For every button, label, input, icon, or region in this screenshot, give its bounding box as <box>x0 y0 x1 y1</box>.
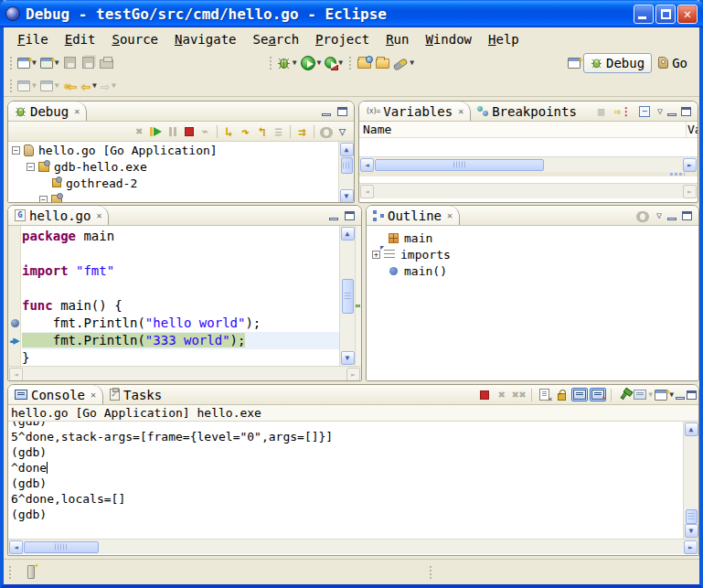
debug-tree-row-process[interactable]: − gdb-hello.exe <box>8 158 354 175</box>
show-stderr-toggle[interactable] <box>590 388 606 401</box>
maximize-view-icon[interactable] <box>345 211 355 220</box>
scroll-down-icon[interactable]: ▼ <box>340 189 354 203</box>
next-annotation-button[interactable]: ▼ <box>16 76 38 96</box>
save-button[interactable] <box>61 53 80 73</box>
step-into-button[interactable]: ↳ <box>221 123 237 140</box>
variables-column-header[interactable]: Name Value <box>359 122 698 138</box>
open-snippets-button[interactable] <box>355 53 373 73</box>
column-value[interactable]: Value <box>687 123 698 136</box>
maximize-view-icon[interactable] <box>681 107 691 116</box>
scroll-down-icon[interactable]: ▼ <box>341 351 355 365</box>
instruction-pointer-icon[interactable]: ▬▶ <box>9 332 20 349</box>
step-over-button[interactable]: ↷ <box>238 123 253 140</box>
menu-navigate[interactable]: Navigate <box>166 30 244 49</box>
remove-terminated-button[interactable]: ✖ <box>132 123 147 140</box>
close-tab-icon[interactable]: ✕ <box>447 210 453 220</box>
scroll-right-icon[interactable]: ► <box>683 158 697 172</box>
tab-outline[interactable]: Outline ✕ <box>367 206 460 225</box>
menu-run[interactable]: Run <box>378 30 417 49</box>
code-line[interactable]: import "fmt" <box>22 262 339 280</box>
debug-tree-row-launch[interactable]: − hello.go [Go Application] <box>8 142 354 158</box>
maximize-button[interactable] <box>655 5 676 24</box>
remove-all-terminated-button[interactable]: ✖✖ <box>511 387 527 403</box>
link-with-editor-button[interactable] <box>634 208 651 224</box>
variables-horizontal-scrollbar[interactable]: ◄ ► <box>359 156 698 172</box>
view-menu-icon[interactable]: ▽ <box>335 123 350 140</box>
run-launch-button[interactable]: ▼ <box>299 53 324 73</box>
new-wizard-button[interactable]: ✦▼ <box>16 53 38 73</box>
display-selected-console-button[interactable]: ▼ <box>634 387 653 403</box>
column-name[interactable]: Name <box>363 123 391 136</box>
disconnect-button[interactable]: ⌁ <box>197 123 213 140</box>
show-stdout-toggle[interactable] <box>571 388 588 401</box>
maximize-view-icon[interactable] <box>682 211 692 220</box>
suspend-button[interactable] <box>165 123 180 140</box>
detail-horizontal-scrollbar[interactable]: ◄ ► <box>359 183 698 198</box>
previous-annotation-button[interactable]: ▼ <box>38 76 61 96</box>
code-area[interactable]: package mainimport "fmt"func main() { fm… <box>22 226 339 366</box>
toolbar-handle[interactable] <box>8 55 13 70</box>
menu-window[interactable]: Window <box>417 30 480 49</box>
print-button[interactable] <box>98 53 116 73</box>
debug-tree-row-thread[interactable]: gothread-2 <box>8 175 354 191</box>
terminate-button[interactable] <box>181 123 197 140</box>
forward-button[interactable]: ⇨▼ <box>99 76 118 96</box>
clear-console-button[interactable] <box>537 387 552 403</box>
editor-overview-ruler[interactable] <box>355 226 361 366</box>
close-tab-icon[interactable]: ✕ <box>74 106 80 116</box>
tab-tasks[interactable]: Tasks <box>103 385 168 404</box>
minimize-view-icon[interactable] <box>676 397 685 400</box>
tab-console[interactable]: Console ✕ <box>8 385 103 404</box>
tab-breakpoints[interactable]: Breakpoints <box>471 102 583 121</box>
scroll-left-icon[interactable]: ◄ <box>9 540 23 554</box>
maximize-view-icon[interactable] <box>337 107 347 116</box>
code-line[interactable]: fmt.Println("hello world"); <box>22 315 339 332</box>
code-line[interactable]: func main() { <box>22 297 339 315</box>
maximize-view-icon[interactable] <box>687 390 697 400</box>
editor-horizontal-scrollbar[interactable]: ◄ ► <box>8 366 361 381</box>
editor-body[interactable]: ▬▶ package mainimport "fmt"func main() {… <box>8 226 361 366</box>
open-console-button[interactable]: ✦▼ <box>655 387 674 403</box>
open-folder-button[interactable] <box>373 53 391 73</box>
title-bar[interactable]: Debug - testGo/src/cmd/hello.go - Eclips… <box>0 0 703 27</box>
code-line[interactable]: } <box>22 349 339 366</box>
pin-console-button[interactable] <box>616 387 632 403</box>
debug-tree-row-partial[interactable]: − <box>8 191 354 203</box>
console-vertical-scrollbar[interactable]: ▲ ▼ <box>683 422 698 539</box>
menu-edit[interactable]: Edit <box>57 30 104 49</box>
open-perspective-button[interactable]: ✦ <box>565 53 583 73</box>
search-button[interactable]: ▼ <box>391 53 416 73</box>
scroll-right-icon[interactable]: ► <box>684 540 698 554</box>
menu-search[interactable]: Search <box>245 30 308 49</box>
minimize-view-icon[interactable] <box>329 218 338 220</box>
external-tools-button[interactable]: ▼ <box>323 53 345 73</box>
scroll-lock-button[interactable] <box>554 387 570 403</box>
collapse-expander-icon[interactable]: − <box>39 196 48 204</box>
code-line[interactable]: fmt.Println("333 world"); <box>22 332 339 349</box>
minimize-view-icon[interactable] <box>667 113 676 116</box>
use-step-filters-button[interactable]: ⇉ <box>294 123 310 140</box>
close-button[interactable]: ✕ <box>677 5 698 24</box>
close-tab-icon[interactable]: ✕ <box>91 390 96 400</box>
close-tab-icon[interactable]: ✕ <box>96 210 101 220</box>
code-line[interactable] <box>22 245 339 262</box>
scroll-left-icon[interactable]: ◄ <box>360 158 374 172</box>
debug-tree-vertical-scrollbar[interactable]: ▲ ▼ <box>338 142 354 203</box>
outline-item-package[interactable]: main <box>367 230 698 246</box>
scroll-up-icon[interactable]: ▲ <box>341 227 355 241</box>
console-output[interactable]: (gdb)5^done,stack-args=[frame={level="0"… <box>8 422 698 539</box>
tab-editor-hello-go[interactable]: G hello.go ✕ <box>8 206 109 225</box>
fast-view-icon[interactable] <box>27 565 35 579</box>
overview-annotation-mark[interactable] <box>356 305 360 307</box>
variables-detail-pane[interactable]: ◄ ► <box>359 176 698 198</box>
code-line[interactable]: package main <box>22 228 339 245</box>
console-horizontal-scrollbar[interactable]: ◄ ► <box>8 539 698 554</box>
perspective-go-button[interactable]: Go <box>652 54 694 72</box>
console-terminate-button[interactable] <box>476 387 492 403</box>
toolbar-handle[interactable] <box>8 78 13 93</box>
menu-file[interactable]: File <box>9 30 57 49</box>
menu-help[interactable]: Help <box>480 30 527 49</box>
show-logical-structure-button[interactable]: ⇨⋮ <box>614 103 632 120</box>
toolbar-handle[interactable] <box>347 55 352 70</box>
remove-launch-button[interactable]: ✖ <box>494 387 509 403</box>
